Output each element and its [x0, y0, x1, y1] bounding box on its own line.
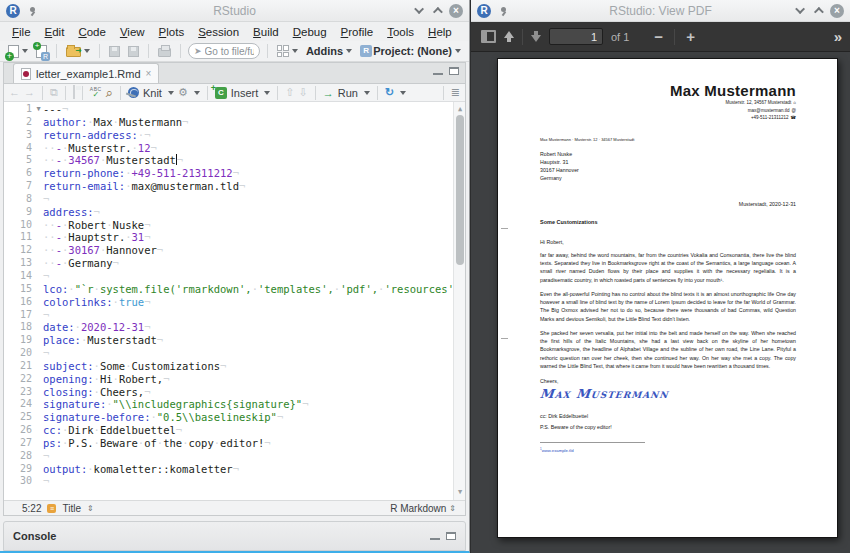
code-text[interactable]: place:·Musterstadt¬	[43, 334, 453, 347]
page-number-input[interactable]	[549, 28, 603, 45]
code-line[interactable]: 29output:·komaletter::komaletter¬	[4, 463, 453, 476]
zoom-in-button[interactable]: +	[683, 29, 698, 44]
code-line[interactable]: 24signature:·"\\includegraphics{signatur…	[4, 398, 453, 411]
code-text[interactable]: ¬	[43, 309, 453, 322]
console-panel-header[interactable]: Console	[3, 521, 466, 551]
code-text[interactable]: ¬	[43, 450, 453, 463]
code-text[interactable]: ¬	[43, 270, 453, 283]
menu-item-code[interactable]: Code	[71, 26, 113, 38]
new-file-button[interactable]	[6, 44, 30, 59]
save-all-button[interactable]	[126, 45, 141, 58]
minimize-pane-icon[interactable]	[433, 67, 443, 75]
code-text[interactable]: lco:·"`r·system.file('rmarkdown',·'templ…	[43, 283, 465, 296]
chevron-down-icon[interactable]	[400, 91, 406, 95]
previous-page-button[interactable]	[504, 31, 514, 42]
code-line[interactable]: 27ps:·P.S.·Beware·of·the·copy·editor!¬	[4, 437, 453, 450]
code-line[interactable]: 11··-·Hauptstr.·31¬	[4, 231, 453, 244]
code-line[interactable]: 16colorlinks:·true¬	[4, 296, 453, 309]
code-text[interactable]: signature:·"\\includegraphics{signature}…	[43, 398, 453, 411]
code-line[interactable]: 14¬	[4, 270, 453, 283]
code-text[interactable]: ··-·Robert·Nuske¬	[43, 219, 453, 232]
print-button[interactable]	[156, 44, 173, 58]
code-line[interactable]: 18date:·2020-12-31¬	[4, 321, 453, 334]
code-line[interactable]: 28¬	[4, 450, 453, 463]
zoom-out-button[interactable]: −	[651, 29, 666, 44]
code-line[interactable]: 8¬	[4, 193, 453, 206]
scrollbar-thumb[interactable]	[456, 115, 464, 265]
code-line[interactable]: 5··-·34567·Musterstadt¬	[4, 154, 453, 167]
knit-button[interactable]: Knit	[143, 87, 162, 99]
close-button[interactable]: ×	[830, 4, 844, 18]
code-line[interactable]: 6return-phone:·+49-511-21311212¬	[4, 167, 453, 180]
code-text[interactable]: ---¬	[43, 103, 453, 116]
menu-item-plots[interactable]: Plots	[152, 26, 192, 38]
chevron-down-icon[interactable]	[264, 91, 270, 95]
code-line[interactable]: 13··-·Germany¬	[4, 257, 453, 270]
code-text[interactable]: return-phone:·+49-511-21311212¬	[43, 167, 453, 180]
code-text[interactable]: ps:·P.S.·Beware·of·the·copy·editor!¬	[43, 437, 453, 450]
save-icon[interactable]	[73, 87, 75, 98]
pane-layout-button[interactable]	[275, 44, 300, 58]
code-line[interactable]: 22opening:·Hi·Robert,¬	[4, 373, 453, 386]
run-previous-icon[interactable]: ⇧	[285, 87, 294, 98]
code-text[interactable]: return-email:·max@musterman.tld¬	[43, 180, 453, 193]
code-text[interactable]: colorlinks:·true¬	[43, 296, 453, 309]
menu-item-tools[interactable]: Tools	[380, 26, 421, 38]
code-line[interactable]: 12··-·30167·Hannover¬	[4, 244, 453, 257]
code-text[interactable]: address:¬	[43, 206, 453, 219]
pdf-canvas[interactable]: Max Mustermann Musterstr. 12, 34567 Must…	[471, 52, 850, 553]
close-button[interactable]: ×	[449, 4, 463, 18]
tab-close-icon[interactable]: ×	[146, 68, 152, 79]
code-text[interactable]: signature-before:·"0.5\\baselineskip"¬	[43, 411, 453, 424]
forward-icon[interactable]: →	[24, 87, 35, 98]
file-type-selector[interactable]: R Markdown	[390, 503, 446, 514]
code-text[interactable]: return-address:·¬	[43, 129, 453, 142]
run-button[interactable]: Run	[338, 87, 358, 99]
code-line[interactable]: 26cc:·Dirk·Eddelbuettel¬	[4, 424, 453, 437]
scope-selector[interactable]: Title	[62, 503, 81, 514]
menu-item-file[interactable]: File	[5, 26, 38, 38]
code-line[interactable]: 4··-·Musterstr.·12¬	[4, 142, 453, 155]
code-text[interactable]: date:·2020-12-31¬	[43, 321, 453, 334]
code-line[interactable]: 9address:¬	[4, 206, 453, 219]
project-menu-button[interactable]: R Project: (None)	[358, 44, 463, 58]
code-text[interactable]: ··-·34567·Musterstadt¬	[43, 154, 453, 167]
tab-letter-example1[interactable]: letter_example1.Rmd ×	[13, 63, 159, 83]
code-line[interactable]: 1▼---¬	[4, 103, 453, 116]
code-text[interactable]: closing:·Cheers,¬	[43, 386, 453, 399]
code-line[interactable]: 19place:·Musterstadt¬	[4, 334, 453, 347]
spellcheck-button[interactable]: ABC✓	[90, 87, 102, 99]
editor-scrollbar[interactable]: ▲ ▼	[453, 102, 465, 500]
minimize-pane-icon[interactable]	[430, 532, 440, 540]
new-project-button[interactable]	[34, 44, 49, 59]
code-line[interactable]: 10··-·Robert·Nuske¬	[4, 219, 453, 232]
code-text[interactable]: ··-·Musterstr.·12¬	[43, 142, 453, 155]
code-editor[interactable]: 1▼---¬2author:·Max·Mustermann¬3return-ad…	[4, 102, 465, 500]
goto-file-input[interactable]	[205, 46, 254, 57]
pin-icon[interactable]	[499, 6, 509, 16]
code-text[interactable]: ¬	[43, 193, 453, 206]
find-icon[interactable]: ⌕	[106, 86, 113, 99]
addins-button[interactable]: Addins	[304, 44, 354, 58]
menu-item-help[interactable]: Help	[421, 26, 459, 38]
chevron-down-icon[interactable]	[364, 91, 370, 95]
code-line[interactable]: 21subject:·Some·Customizations¬	[4, 360, 453, 373]
sidebar-toggle-icon[interactable]	[481, 30, 496, 43]
back-icon[interactable]: ←	[9, 87, 20, 98]
popout-window-icon[interactable]: ⧉	[50, 87, 58, 98]
rstudio-titlebar[interactable]: R RStudio ×	[0, 0, 469, 22]
code-text[interactable]: cc:·Dirk·Eddelbuettel¬	[43, 424, 453, 437]
menu-item-edit[interactable]: Edit	[38, 26, 72, 38]
scroll-down-icon[interactable]: ▼	[454, 486, 465, 499]
chevron-down-icon[interactable]	[194, 91, 200, 95]
code-line[interactable]: 2author:·Max·Mustermann¬	[4, 116, 453, 129]
maximize-button[interactable]	[433, 7, 443, 17]
code-text[interactable]: opening:·Hi·Robert,¬	[43, 373, 453, 386]
code-text[interactable]: subject:·Some·Customizations¬	[43, 360, 453, 373]
chevron-down-icon[interactable]	[168, 91, 174, 95]
more-tools-button[interactable]: »	[834, 28, 840, 45]
code-line[interactable]: 15lco:·"`r·system.file('rmarkdown',·'tem…	[4, 283, 453, 296]
run-next-icon[interactable]: ⇩	[299, 87, 308, 98]
menu-item-profile[interactable]: Profile	[334, 26, 381, 38]
code-line[interactable]: 7return-email:·max@musterman.tld¬	[4, 180, 453, 193]
